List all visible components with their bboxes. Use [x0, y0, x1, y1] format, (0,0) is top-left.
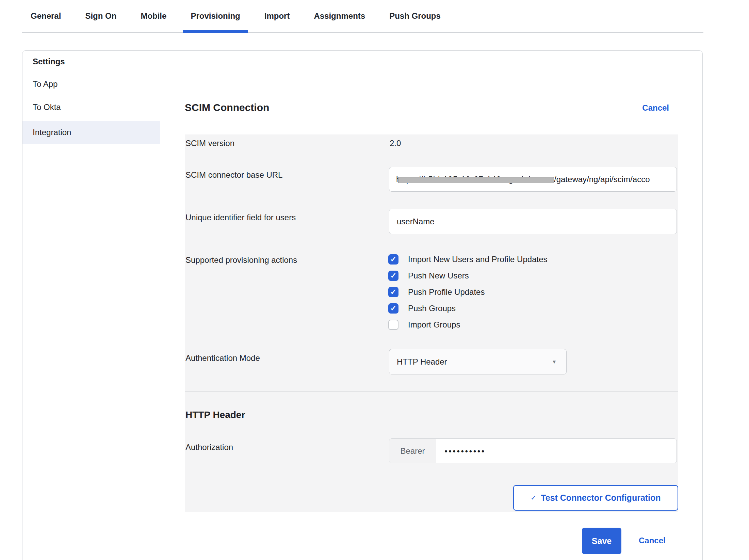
checkbox-label: Push Groups	[408, 304, 456, 313]
tab-mobile[interactable]: Mobile	[133, 0, 174, 32]
tab-label: Push Groups	[389, 11, 441, 21]
checkbox-checked-icon[interactable]	[388, 254, 398, 265]
sidebar-item-integration[interactable]: Integration	[22, 121, 160, 144]
auth-mode-label: Authentication Mode	[185, 353, 260, 363]
tab-label: General	[31, 11, 61, 21]
tab-sign-on[interactable]: Sign On	[78, 0, 124, 32]
sidebar-item-to-app[interactable]: To App	[22, 73, 160, 96]
checkbox-label: Import Groups	[408, 320, 460, 330]
checkbox-label: Push Profile Updates	[408, 287, 485, 297]
http-header-heading: HTTP Header	[185, 410, 245, 420]
redaction-overlay	[398, 177, 554, 183]
tab-label: Mobile	[141, 11, 166, 21]
authorization-token-input[interactable]: ●●●●●●●●●●	[436, 439, 677, 463]
checkbox-row-push-groups[interactable]: Push Groups	[388, 300, 548, 317]
provisioning-actions-group: Import New Users and Profile Updates Pus…	[388, 251, 548, 333]
cancel-link-top[interactable]: Cancel	[642, 103, 669, 113]
unique-id-value: userName	[397, 217, 435, 226]
main-content: SCIM Connection Cancel SCIM version 2.0 …	[185, 51, 678, 560]
checkbox-row-import-new-users[interactable]: Import New Users and Profile Updates	[388, 251, 548, 268]
tab-label: Assignments	[314, 11, 365, 21]
base-url-label: SCIM connector base URL	[185, 170, 282, 180]
provisioning-actions-label: Supported provisioning actions	[185, 255, 297, 265]
tab-import[interactable]: Import	[257, 0, 297, 32]
tab-general[interactable]: General	[23, 0, 68, 32]
sidebar-heading: Settings	[22, 51, 160, 73]
tab-label: Provisioning	[191, 11, 240, 21]
authorization-label: Authorization	[185, 443, 233, 452]
checkbox-row-push-new-users[interactable]: Push New Users	[388, 268, 548, 284]
authorization-input-group: Bearer ●●●●●●●●●●	[389, 438, 677, 463]
checkbox-row-import-groups[interactable]: Import Groups	[388, 317, 548, 333]
save-button[interactable]: Save	[582, 528, 621, 554]
checkbox-checked-icon[interactable]	[388, 287, 398, 297]
app-tab-bar: General Sign On Mobile Provisioning Impo…	[22, 0, 703, 33]
caret-down-icon: ▼	[552, 359, 557, 365]
checkbox-label: Push New Users	[408, 271, 469, 281]
sidebar-item-to-okta[interactable]: To Okta	[22, 96, 160, 119]
unique-id-input[interactable]: userName	[389, 209, 677, 234]
page-title: SCIM Connection	[185, 102, 269, 113]
tab-assignments[interactable]: Assignments	[306, 0, 373, 32]
tab-provisioning[interactable]: Provisioning	[183, 0, 247, 32]
cancel-link-bottom[interactable]: Cancel	[639, 536, 666, 545]
tab-label: Sign On	[85, 11, 116, 21]
provisioning-card: Settings To App To Okta Integration SCIM…	[22, 50, 703, 560]
tab-label: Import	[264, 11, 290, 21]
section-divider	[185, 391, 678, 391]
scim-version-label: SCIM version	[185, 139, 234, 148]
test-connector-button[interactable]: ✓ Test Connector Configuration	[513, 485, 678, 511]
checkbox-row-push-profile-updates[interactable]: Push Profile Updates	[388, 284, 548, 300]
scim-version-value: 2.0	[390, 139, 401, 148]
tab-push-groups[interactable]: Push Groups	[382, 0, 448, 32]
auth-mode-value: HTTP Header	[397, 357, 447, 367]
bearer-prefix: Bearer	[389, 439, 436, 463]
checkbox-label: Import New Users and Profile Updates	[408, 255, 548, 264]
unique-id-label: Unique identifier field for users	[185, 213, 296, 222]
test-connector-label: Test Connector Configuration	[541, 493, 661, 503]
base-url-visible-text: /gateway/ng/api/scim/acco	[554, 175, 650, 184]
settings-sidebar: Settings To App To Okta Integration	[22, 51, 160, 560]
auth-mode-select[interactable]: HTTP Header ▼	[389, 349, 567, 374]
checkbox-checked-icon[interactable]	[388, 271, 398, 281]
scim-settings-panel: SCIM version 2.0 SCIM connector base URL…	[185, 134, 678, 512]
base-url-input[interactable]: https://h5hl-195-19-67-140.ngrok.io/gate…	[389, 167, 677, 192]
checkbox-unchecked-icon[interactable]	[388, 320, 398, 330]
checkbox-checked-icon[interactable]	[388, 303, 398, 314]
check-icon: ✓	[531, 494, 536, 502]
content-header: SCIM Connection Cancel	[185, 102, 678, 117]
